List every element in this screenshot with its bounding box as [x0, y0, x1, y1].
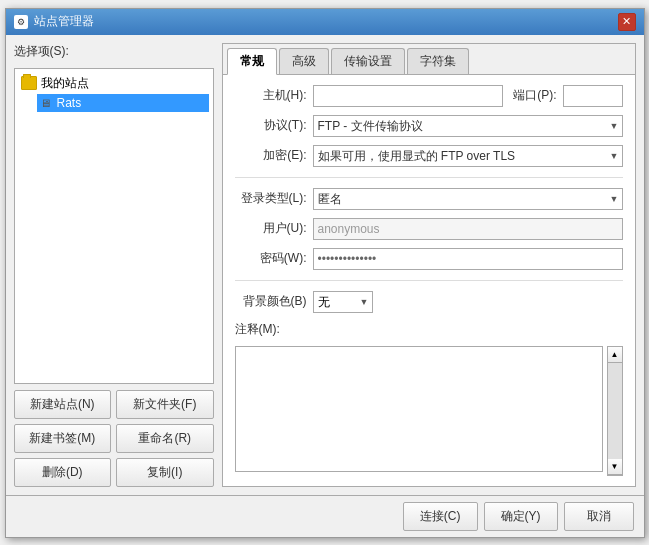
rename-button[interactable]: 重命名(R) — [116, 424, 214, 453]
tree-children: 🖥 Rats — [37, 94, 209, 112]
tree-child-label: Rats — [57, 96, 82, 110]
notes-scrollbar: ▲ ▼ — [607, 346, 623, 476]
encryption-select-wrapper: 如果可用，使用显式的 FTP over TLS ▼ — [313, 145, 623, 167]
port-input[interactable] — [563, 85, 623, 107]
tab-general[interactable]: 常规 — [227, 48, 277, 75]
login-type-row: 登录类型(L): 匿名 ▼ — [235, 188, 623, 210]
bg-color-row: 背景颜色(B) 无 ▼ — [235, 291, 623, 313]
left-panel-label: 选择项(S): — [14, 43, 214, 60]
left-panel: 选择项(S): 我的站点 🖥 Rats 新建站点(N) 新文件夹(F) 新建书签… — [14, 43, 214, 487]
color-select-wrapper: 无 ▼ — [313, 291, 373, 313]
login-label: 登录类型(L): — [235, 190, 307, 207]
button-grid: 新建站点(N) 新文件夹(F) 新建书签(M) 重命名(R) 删除(D) 复制(… — [14, 390, 214, 487]
encryption-select[interactable]: 如果可用，使用显式的 FTP over TLS — [313, 145, 623, 167]
new-folder-button[interactable]: 新文件夹(F) — [116, 390, 214, 419]
window-icon: ⚙ — [14, 15, 28, 29]
user-row: 用户(U): — [235, 218, 623, 240]
password-input[interactable] — [313, 248, 623, 270]
host-label: 主机(H): — [235, 87, 307, 104]
new-site-button[interactable]: 新建站点(N) — [14, 390, 112, 419]
password-row: 密码(W): — [235, 248, 623, 270]
tree-root-item[interactable]: 我的站点 — [19, 73, 209, 94]
site-manager-window: ⚙ 站点管理器 ✕ 选择项(S): 我的站点 🖥 Rats — [5, 8, 645, 538]
folder-icon — [21, 76, 37, 90]
protocol-select[interactable]: FTP - 文件传输协议 — [313, 115, 623, 137]
host-input[interactable] — [313, 85, 504, 107]
scroll-up-btn[interactable]: ▲ — [608, 347, 622, 363]
user-input[interactable] — [313, 218, 623, 240]
encryption-row: 加密(E): 如果可用，使用显式的 FTP over TLS ▼ — [235, 145, 623, 167]
scroll-down-btn[interactable]: ▼ — [608, 459, 622, 475]
site-tree[interactable]: 我的站点 🖥 Rats — [14, 68, 214, 384]
divider-2 — [235, 280, 623, 281]
port-label: 端口(P): — [513, 87, 556, 104]
encryption-label: 加密(E): — [235, 147, 307, 164]
cancel-button[interactable]: 取消 — [564, 502, 634, 531]
copy-button[interactable]: 复制(I) — [116, 458, 214, 487]
connect-button[interactable]: 连接(C) — [403, 502, 478, 531]
notes-label: 注释(M): — [235, 321, 280, 338]
tree-root-label: 我的站点 — [41, 75, 89, 92]
right-panel: 常规 高级 传输设置 字符集 主机(H): 端口(P): 协议(T): — [222, 43, 636, 487]
password-label: 密码(W): — [235, 250, 307, 267]
user-label: 用户(U): — [235, 220, 307, 237]
divider-1 — [235, 177, 623, 178]
tab-advanced[interactable]: 高级 — [279, 48, 329, 74]
ok-button[interactable]: 确定(Y) — [484, 502, 558, 531]
tab-bar: 常规 高级 传输设置 字符集 — [223, 44, 635, 75]
window-title: 站点管理器 — [34, 13, 94, 30]
notes-label-row: 注释(M): — [235, 321, 623, 338]
protocol-select-wrapper: FTP - 文件传输协议 ▼ — [313, 115, 623, 137]
color-select[interactable]: 无 — [313, 291, 373, 313]
login-select-wrapper: 匿名 ▼ — [313, 188, 623, 210]
tab-charset[interactable]: 字符集 — [407, 48, 469, 74]
scroll-track — [608, 363, 622, 459]
new-bookmark-button[interactable]: 新建书签(M) — [14, 424, 112, 453]
notes-container: ▲ ▼ — [235, 346, 623, 476]
host-port-row: 主机(H): 端口(P): — [235, 85, 623, 107]
form-area: 主机(H): 端口(P): 协议(T): FTP - 文件传输协议 ▼ — [223, 75, 635, 486]
tab-transfer[interactable]: 传输设置 — [331, 48, 405, 74]
bg-color-label: 背景颜色(B) — [235, 293, 307, 310]
close-button[interactable]: ✕ — [618, 13, 636, 31]
window-body: 选择项(S): 我的站点 🖥 Rats 新建站点(N) 新文件夹(F) 新建书签… — [6, 35, 644, 495]
protocol-row: 协议(T): FTP - 文件传输协议 ▼ — [235, 115, 623, 137]
title-bar: ⚙ 站点管理器 ✕ — [6, 9, 644, 35]
tree-child-item[interactable]: 🖥 Rats — [37, 94, 209, 112]
login-select[interactable]: 匿名 — [313, 188, 623, 210]
protocol-label: 协议(T): — [235, 117, 307, 134]
server-icon: 🖥 — [39, 96, 53, 110]
bottom-bar: 连接(C) 确定(Y) 取消 — [6, 495, 644, 537]
delete-button[interactable]: 删除(D) — [14, 458, 112, 487]
notes-textarea[interactable] — [235, 346, 603, 472]
